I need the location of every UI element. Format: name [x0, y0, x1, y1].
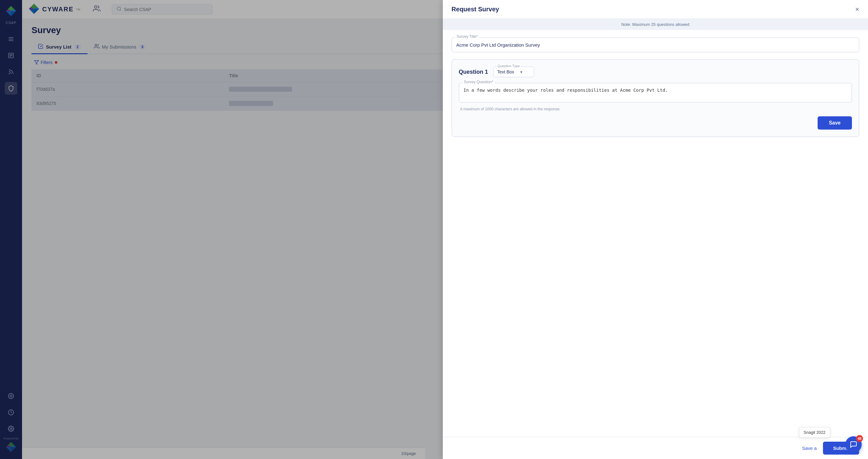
question-type-label: Question Type: [497, 64, 521, 68]
modal-close-button[interactable]: ×: [855, 6, 859, 13]
modal-note-text: Note: Maximum 25 questions allowed: [621, 22, 689, 27]
survey-title-label: Survey Title*: [456, 34, 479, 39]
modal-overlay: Request Survey × Note: Maximum 25 questi…: [0, 0, 868, 459]
save-draft-button[interactable]: Save a: [802, 446, 817, 451]
save-row: Save: [459, 116, 852, 130]
question-header: Question 1 Question Type Text Box ▾: [459, 66, 852, 77]
survey-question-label: Survey Question*: [463, 80, 494, 84]
survey-title-field-group: Survey Title*: [452, 37, 859, 52]
question-label: Question 1: [459, 69, 488, 75]
chat-widget[interactable]: 48: [845, 436, 862, 453]
survey-title-input[interactable]: [452, 37, 859, 52]
chat-badge-count: 48: [856, 435, 863, 442]
question-card: Question 1 Question Type Text Box ▾ Surv…: [452, 59, 859, 137]
snagit-tooltip: Snagit 2022: [799, 427, 830, 437]
char-limit-note: A maximum of 1000 characters are allowed…: [459, 107, 852, 111]
modal-header: Request Survey ×: [443, 0, 868, 19]
survey-question-field: Survey Question*: [459, 83, 852, 104]
request-survey-modal: Request Survey × Note: Maximum 25 questi…: [443, 0, 868, 459]
chevron-down-icon: ▾: [520, 70, 523, 75]
question-type-dropdown[interactable]: Question Type Text Box ▾: [493, 66, 534, 77]
survey-question-input[interactable]: [459, 83, 852, 103]
modal-title: Request Survey: [452, 6, 499, 13]
save-button[interactable]: Save: [817, 116, 852, 130]
modal-footer: Save a Submit: [443, 437, 868, 459]
modal-note-bar: Note: Maximum 25 questions allowed: [443, 19, 868, 30]
modal-body: Survey Title* Question 1 Question Type T…: [443, 30, 868, 437]
question-type-value: Text Box: [497, 69, 514, 75]
